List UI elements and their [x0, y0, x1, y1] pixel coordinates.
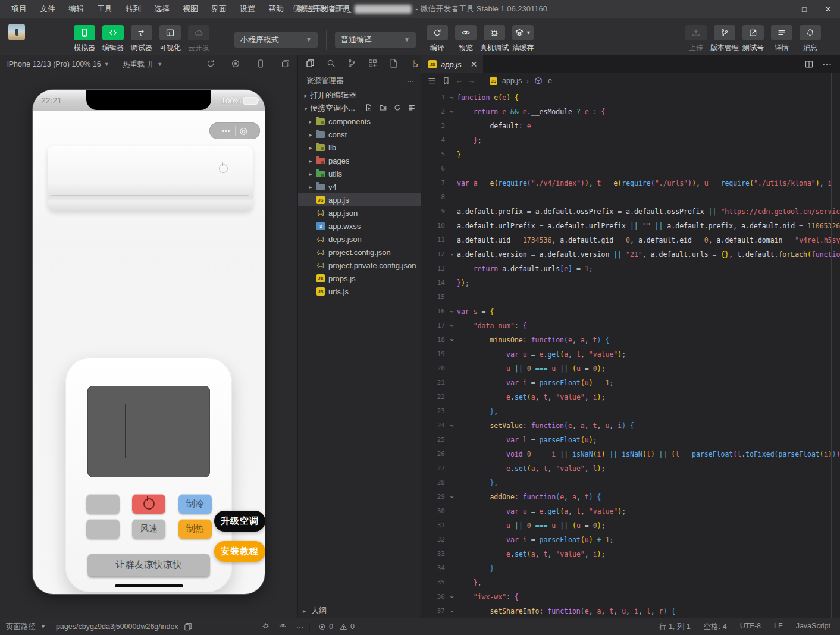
code-line[interactable]: 3 default: e [421, 119, 840, 133]
code-line[interactable]: 2› return e && e.__esModule ? e : { [421, 105, 840, 119]
bug-icon[interactable] [262, 622, 269, 631]
float-button-安装教程[interactable]: 安装教程 [214, 541, 265, 562]
code-line[interactable]: 15 [421, 290, 840, 304]
mini-program-capsule[interactable]: ••• ◎ [209, 122, 260, 139]
remote-button[interactable]: 制热 [178, 519, 212, 539]
problems-indicator[interactable]: 0 0 [309, 623, 441, 631]
section-project-root[interactable]: ▾便携空调小... [298, 102, 421, 115]
nav-back-icon[interactable]: ← [456, 77, 463, 85]
code-line[interactable]: 24› setValue: function(e, a, t, u, i) { [421, 419, 840, 433]
page-path-label[interactable]: 页面路径 [6, 622, 36, 632]
doc-icon[interactable] [388, 58, 399, 70]
toolbar-button-模拟器[interactable]: 模拟器 [70, 20, 99, 53]
fold-chevron-icon[interactable]: › [447, 304, 457, 319]
toolbar-button-版本管理[interactable]: 版本管理 [710, 20, 739, 53]
fold-chevron-icon[interactable]: › [447, 333, 457, 347]
refresh-icon[interactable] [393, 103, 402, 114]
remote-power-button[interactable] [132, 494, 165, 514]
cursor-position[interactable]: 行 1, 列 1 [659, 622, 691, 632]
menu-item[interactable]: 工具 [92, 2, 118, 16]
rotate-icon[interactable] [206, 59, 215, 70]
mini-program-mode-select[interactable]: 小程序模式▼ [234, 32, 318, 48]
toolbar-button-可视化[interactable]: 可视化 [156, 20, 184, 53]
tree-folder-v4[interactable]: ▸v4 [298, 180, 421, 193]
record-icon[interactable] [231, 59, 240, 70]
tree-folder-components[interactable]: ▸components [298, 115, 421, 128]
tree-folder-const[interactable]: ▸const [298, 128, 421, 141]
fold-chevron-icon[interactable]: › [447, 247, 457, 262]
new-file-icon[interactable] [365, 103, 373, 114]
menu-item[interactable]: 帮助 [263, 2, 289, 16]
fold-chevron-icon[interactable]: › [447, 590, 457, 604]
toolbar-button-调试器[interactable]: 调试器 [127, 20, 156, 53]
close-button[interactable]: ✕ [816, 0, 840, 18]
code-line[interactable]: 27 e.set(a, t, "value", l); [421, 461, 840, 476]
code-line[interactable]: 32 var i = parseFloat(u) + 1; [421, 533, 840, 547]
search-icon[interactable] [326, 58, 337, 70]
code-line[interactable]: 16›var s = { [421, 304, 840, 319]
nav-forward-icon[interactable]: → [468, 77, 476, 85]
tree-file-props.js[interactable]: JSprops.js [298, 272, 421, 285]
code-line[interactable]: 12›a.default.version = a.default.version… [421, 247, 840, 262]
code-line[interactable]: 1›function e(e) { [421, 90, 840, 105]
code-line[interactable]: 21 var i = parseFloat(u) - 1; [421, 376, 840, 390]
tree-folder-utils[interactable]: ▸utils [298, 167, 421, 180]
copy-icon[interactable] [183, 622, 193, 631]
toolbar-button-真机调试[interactable]: 真机调试 [480, 20, 509, 53]
compile-mode-select[interactable]: 普通编译▼ [335, 32, 416, 48]
tree-file-app.json[interactable]: {..}app.json [298, 206, 421, 219]
remote-button[interactable]: 风速 [132, 519, 165, 539]
hand-icon[interactable] [409, 58, 420, 70]
section-open-editors[interactable]: ▸打开的编辑器 [298, 89, 421, 102]
code-line[interactable]: 10a.default.urlPrefix = a.default.urlPre… [421, 219, 840, 233]
code-area[interactable]: 1›function e(e) {2› return e && e.__esMo… [421, 89, 840, 618]
menu-item[interactable]: 界面 [206, 2, 232, 16]
avatar[interactable] [8, 24, 25, 40]
code-line[interactable]: 25 var l = parseFloat(u); [421, 433, 840, 447]
code-line[interactable]: 30 var u = e.get(a, t, "value"); [421, 504, 840, 518]
collapse-icon[interactable] [408, 103, 416, 114]
breadcrumb-symbol[interactable]: e [548, 77, 552, 85]
hot-reload-toggle[interactable]: 热重载 开▼ [123, 59, 162, 70]
code-line[interactable]: 29› addOne: function(e, a, t) { [421, 490, 840, 504]
tree-file-urls.js[interactable]: JSurls.js [298, 285, 421, 298]
code-line[interactable]: 35 }, [421, 576, 840, 590]
fold-chevron-icon[interactable]: › [447, 490, 457, 504]
outline-icon[interactable] [427, 76, 437, 86]
fold-chevron-icon[interactable]: › [447, 319, 457, 333]
code-line[interactable]: 11a.default.uid = 1734536, a.default.gid… [421, 233, 840, 247]
multiwindow-icon[interactable] [281, 59, 290, 70]
editor-scrollbar[interactable] [831, 73, 840, 618]
float-button-升级空调[interactable]: 升级空调 [214, 511, 265, 532]
menu-item[interactable]: 编辑 [63, 2, 89, 16]
code-line[interactable]: 36› "iwx-wx": { [421, 590, 840, 604]
language-mode[interactable]: JavaScript [796, 622, 830, 632]
remote-button[interactable]: 制冷 [178, 494, 212, 514]
code-line[interactable]: 37› setShareInfo: function(e, a, t, u, i… [421, 604, 840, 618]
encoding[interactable]: UTF-8 [740, 622, 761, 632]
close-icon[interactable]: ✕ [471, 59, 478, 69]
code-line[interactable]: 19 var u = e.get(a, t, "value"); [421, 347, 840, 361]
share-wide-button[interactable]: 让群友凉快凉快 [87, 554, 210, 576]
code-line[interactable]: 7var a = e(require("./v4/index")), t = e… [421, 176, 840, 190]
code-line[interactable]: 34 } [421, 561, 840, 576]
eol-setting[interactable]: LF [774, 622, 783, 632]
fold-chevron-icon[interactable]: › [447, 105, 457, 119]
code-line[interactable]: 14}); [421, 276, 840, 290]
menu-item[interactable]: 转到 [120, 2, 146, 16]
toolbar-button-消息[interactable]: 消息 [796, 20, 825, 53]
code-line[interactable]: 8 [421, 190, 840, 205]
code-line[interactable]: 5} [421, 147, 840, 162]
tree-file-project.private.config.json[interactable]: {..}project.private.config.json [298, 259, 421, 272]
maximize-button[interactable]: □ [792, 0, 816, 18]
split-editor-icon[interactable] [804, 59, 814, 69]
code-line[interactable]: 22 e.set(a, t, "value", i); [421, 390, 840, 404]
menu-item[interactable]: 设置 [234, 2, 261, 16]
git-icon[interactable] [347, 58, 358, 70]
code-line[interactable]: 13 return a.default.urls[e] = 1; [421, 262, 840, 276]
new-folder-icon[interactable] [379, 103, 387, 114]
fold-chevron-icon[interactable]: › [447, 604, 457, 618]
tab-app-js[interactable]: JS app.js ✕ [421, 55, 483, 73]
tree-file-app.wxss[interactable]: 3app.wxss [298, 219, 421, 232]
toolbar-button-预览[interactable]: 预览 [452, 20, 480, 53]
